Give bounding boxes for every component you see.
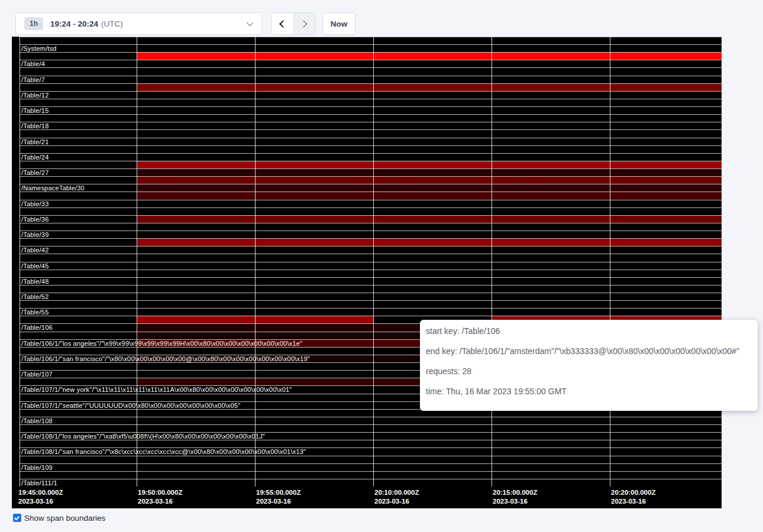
tick-time: 19:55:00.000Z: [256, 488, 300, 497]
row-label: /Table/12: [21, 91, 49, 99]
tick-date: 2023-03-16: [256, 497, 300, 506]
span-boundary-lines: [20, 37, 722, 486]
row-label: /Table/7: [21, 76, 45, 83]
time-gridline: [20, 37, 20, 486]
x-axis-tick: 20:10:00.000Z2023-03-16: [374, 488, 419, 506]
tick-time: 20:15:00.000Z: [493, 488, 537, 497]
time-range-dropdown[interactable]: 1h 19:24 - 20:24 (UTC): [15, 12, 262, 35]
row-label: /Table/4: [21, 60, 45, 67]
time-gridline: [492, 37, 492, 486]
key-visualizer-canvas[interactable]: /System/tsd/Table/4/Table/7/Table/12/Tab…: [12, 37, 722, 486]
show-span-boundaries-label: Show span boundaries: [24, 514, 105, 523]
row-label: /Table/107: [21, 370, 53, 378]
x-axis: 19:45:00.000Z2023-03-1619:50:00.000Z2023…: [12, 486, 722, 508]
checkmark-icon: [14, 515, 20, 520]
tooltip-end-key: end key: /Table/106/1/"amsterdam"/"\xb33…: [426, 341, 758, 361]
time-range-text: 19:24 - 20:24: [50, 20, 98, 28]
tick-time: 20:10:00.000Z: [374, 488, 419, 497]
row-label: /Table/24: [21, 153, 49, 161]
tick-date: 2023-03-16: [138, 497, 182, 506]
next-range-button[interactable]: [293, 13, 315, 34]
chevron-right-icon: [300, 20, 308, 28]
time-gridline: [610, 37, 610, 486]
span-tooltip: start key: /Table/106 end key: /Table/10…: [420, 320, 758, 411]
x-axis-tick: 20:20:00.000Z2023-03-16: [611, 488, 655, 506]
row-label: /Table/45: [21, 262, 49, 270]
row-label: /Table/106/1/"san francisco"/"\x80\x00\x…: [21, 355, 310, 362]
row-label: /Table/48: [21, 277, 49, 285]
row-label: /Table/39: [21, 231, 49, 238]
row-label: /Table/111/1: [21, 479, 57, 486]
key-visualizer: /System/tsd/Table/4/Table/7/Table/12/Tab…: [12, 37, 722, 508]
time-gridline: [137, 37, 137, 486]
tooltip-start-key: start key: /Table/106: [426, 321, 758, 341]
chevron-down-icon: [247, 20, 253, 26]
row-label: /Table/27: [21, 168, 49, 176]
row-label: /Table/33: [21, 200, 49, 207]
tick-date: 2023-03-16: [374, 497, 419, 506]
row-label: /Table/52: [21, 293, 49, 300]
time-range-timezone: (UTC): [101, 20, 123, 28]
row-label: /Table/15: [21, 106, 49, 114]
x-axis-tick: 19:50:00.000Z2023-03-16: [138, 488, 182, 506]
row-label: /Table/21: [21, 138, 49, 145]
row-label: /Table/55: [21, 308, 49, 316]
footer-controls: Show span boundaries: [13, 512, 105, 524]
x-axis-tick: 19:45:00.000Z2023-03-16: [18, 488, 63, 506]
tick-time: 20:20:00.000Z: [611, 488, 655, 497]
row-label: /Table/36: [21, 215, 49, 223]
x-axis-tick: 19:55:00.000Z2023-03-16: [256, 488, 300, 506]
chevron-left-icon: [280, 20, 287, 28]
row-label: /Table/107/1/"seattle"/"UUUUUUD\x00\x80\…: [21, 401, 240, 409]
time-gridline: [373, 37, 374, 486]
row-label: /Table/108: [21, 417, 53, 424]
time-gridline: [255, 37, 256, 486]
show-span-boundaries-checkbox[interactable]: [13, 514, 21, 522]
row-label: /Table/106: [21, 323, 53, 331]
prev-range-button[interactable]: [271, 13, 293, 34]
tick-date: 2023-03-16: [493, 497, 537, 506]
tooltip-time: time: Thu, 16 Mar 2023 19:55:00 GMT: [426, 381, 758, 401]
tick-date: 2023-03-16: [611, 497, 655, 506]
row-label: /Table/108/1/"san francisco"/"\x8c\xcc\x…: [21, 447, 306, 455]
time-toolbar: 1h 19:24 - 20:24 (UTC) Now: [0, 0, 763, 37]
tooltip-requests: requests: 28: [426, 361, 758, 381]
key-visualizer-page: 1h 19:24 - 20:24 (UTC) Now /System/tsd/T…: [0, 0, 763, 532]
time-preset-badge: 1h: [24, 17, 43, 30]
now-button[interactable]: Now: [322, 12, 355, 35]
row-label: /System/tsd: [21, 44, 57, 52]
tick-time: 19:50:00.000Z: [138, 488, 182, 497]
row-label: /Table/42: [21, 246, 49, 254]
tick-date: 2023-03-16: [18, 497, 63, 506]
row-label: /Table/109: [21, 463, 53, 471]
tick-time: 19:45:00.000Z: [18, 488, 63, 497]
row-label: /NamespaceTable/30: [21, 184, 85, 192]
row-label: /Table/18: [21, 122, 49, 129]
range-nav-buttons: [271, 12, 316, 35]
row-label: /Table/107/1/"new york"/"\x11\x11\x11\x1…: [21, 385, 292, 393]
x-axis-tick: 20:15:00.000Z2023-03-16: [493, 488, 537, 506]
row-label: /Table/108/1/"los angeles"/"\xa8\xf5\u00…: [21, 432, 265, 440]
row-label: /Table/106/1/"los angeles"/"\x99\x99\x99…: [21, 339, 302, 347]
